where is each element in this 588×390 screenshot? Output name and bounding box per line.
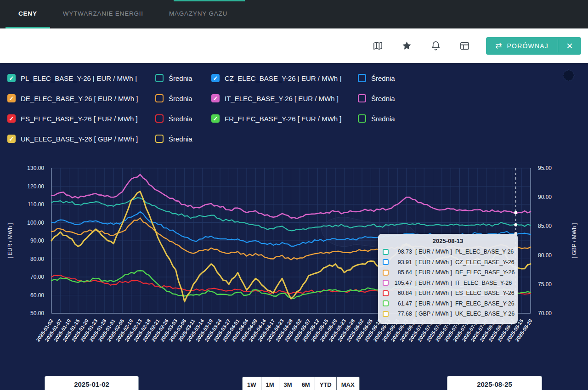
legend-item-fr-avg[interactable]: Średnia [358, 114, 395, 123]
legend-checkbox-it-avg[interactable] [358, 94, 366, 102]
legend-item-fr[interactable]: ✓FR_ELEC_BASE_Y-26 [ EUR / MWh ] [211, 114, 358, 123]
legend-checkbox-fr[interactable]: ✓ [211, 114, 220, 123]
tab-wytwarzanie-energii[interactable]: WYTWARZANIE ENERGII [50, 0, 156, 28]
legend-item-cz[interactable]: ✓CZ_ELEC_BASE_Y-26 [ EUR / MWh ] [211, 74, 358, 82]
svg-text:90.00: 90.00 [538, 194, 552, 200]
range-buttons: 1W1M3M6MYTDMAX [242, 377, 360, 390]
legend: ✓PL_ELEC_BASE_Y-26 [ EUR / MWh ]Średnia✓… [7, 68, 395, 149]
start-date-input[interactable]: 2025-01-02 [45, 376, 139, 390]
tooltip-series-name: DE_ELEC_BASE_Y-26 [455, 269, 514, 276]
map-icon[interactable] [372, 40, 384, 51]
tooltip-unit: [ EUR / MWh ] [415, 300, 452, 307]
legend-item-es[interactable]: ✓ES_ELEC_BASE_Y-26 [ EUR / MWh ] [7, 114, 155, 123]
tooltip-unit: [ EUR / MWh ] [415, 249, 452, 255]
svg-text:110.00: 110.00 [28, 201, 44, 208]
legend-item-de-avg[interactable]: Średnia [155, 94, 211, 102]
legend-item-uk[interactable]: ✓UK_ELEC_BASE_Y-26 [ GBP / MWh ] [7, 135, 155, 143]
svg-text:70.00: 70.00 [538, 310, 552, 317]
compare-arrows-icon: ⇄ [495, 41, 502, 51]
svg-text:120.00: 120.00 [27, 183, 44, 190]
legend-checkbox-pl-avg[interactable] [155, 74, 164, 82]
legend-item-de[interactable]: ✓DE_ELEC_BASE_Y-26 [ EUR / MWh ] [7, 94, 155, 102]
tooltip-series-name: ES_ELEC_BASE_Y-26 [455, 290, 514, 296]
range-button-ytd[interactable]: YTD [315, 377, 337, 390]
legend-item-uk-avg[interactable]: Średnia [155, 135, 211, 143]
legend-label-es-avg: Średnia [169, 115, 192, 123]
legend-label-cz-avg: Średnia [371, 74, 395, 82]
close-button[interactable]: × [558, 37, 581, 55]
toolbar-icons [372, 40, 470, 51]
range-button-max[interactable]: MAX [336, 377, 360, 390]
tab-ceny[interactable]: CENY [6, 0, 50, 28]
tooltip-swatch [383, 249, 389, 255]
tooltip-unit: [ EUR / MWh ] [415, 290, 452, 296]
legend-checkbox-es[interactable]: ✓ [7, 114, 16, 123]
theme-toggle-icon[interactable] [562, 69, 575, 82]
legend-checkbox-pl[interactable]: ✓ [7, 74, 16, 82]
legend-label-it-avg: Średnia [371, 95, 395, 102]
tooltip-series-name: PL_ELEC_BASE_Y-26 [455, 249, 514, 255]
legend-item-it[interactable]: ✓IT_ELEC_BASE_Y-26 [ EUR / MWh ] [211, 94, 358, 102]
legend-label-pl: PL_ELEC_BASE_Y-26 [ EUR / MWh ] [21, 74, 137, 82]
range-button-1m[interactable]: 1M [261, 377, 279, 390]
tooltip-value: 85.64 [392, 269, 412, 276]
legend-checkbox-de-avg[interactable] [155, 94, 164, 102]
tooltip-row: 77.68[ GBP / MWh ]UK_ELEC_BASE_Y-26 [383, 309, 513, 319]
tooltip-value: 60.84 [392, 290, 412, 296]
tooltip-series-name: UK_ELEC_BASE_Y-26 [455, 311, 514, 317]
tooltip-swatch [383, 300, 389, 306]
legend-label-it: IT_ELEC_BASE_Y-26 [ EUR / MWh ] [225, 95, 339, 102]
svg-text:95.00: 95.00 [538, 165, 552, 171]
legend-item-pl-avg[interactable]: Średnia [155, 74, 211, 82]
legend-checkbox-uk-avg[interactable] [155, 135, 164, 143]
legend-checkbox-uk[interactable]: ✓ [7, 135, 16, 143]
legend-label-pl-avg: Średnia [169, 74, 192, 82]
range-button-1w[interactable]: 1W [242, 377, 261, 390]
legend-checkbox-fr-avg[interactable] [358, 114, 366, 123]
legend-item-pl[interactable]: ✓PL_ELEC_BASE_Y-26 [ EUR / MWh ] [7, 74, 155, 82]
compare-button[interactable]: ⇄ PORÓWNAJ [486, 37, 558, 55]
tooltip-series-name: IT_ELEC_BASE_Y-26 [455, 280, 512, 286]
tooltip-row: 85.64[ EUR / MWh ]DE_ELEC_BASE_Y-26 [383, 267, 513, 278]
table-icon[interactable] [459, 40, 470, 51]
legend-checkbox-de[interactable]: ✓ [7, 94, 16, 102]
legend-checkbox-cz-avg[interactable] [358, 74, 366, 82]
tooltip-date: 2025-08-13 [383, 237, 513, 244]
tooltip-unit: [ EUR / MWh ] [415, 269, 452, 276]
tooltip-series-name: CZ_ELEC_BASE_Y-26 [455, 259, 514, 266]
legend-label-es: ES_ELEC_BASE_Y-26 [ EUR / MWh ] [21, 115, 138, 123]
end-date-input[interactable]: 2025-08-25 [447, 376, 542, 390]
toolbar: ⇄ PORÓWNAJ × [0, 28, 588, 63]
svg-text:85.00: 85.00 [538, 223, 552, 229]
tooltip-value: 98.73 [392, 249, 412, 255]
chart-tooltip: 2025-08-13 98.73[ EUR / MWh ]PL_ELEC_BAS… [378, 234, 518, 324]
compare-button-label: PORÓWNAJ [507, 42, 549, 50]
legend-checkbox-it[interactable]: ✓ [211, 94, 220, 102]
legend-label-cz: CZ_ELEC_BASE_Y-26 [ EUR / MWh ] [225, 74, 342, 82]
tooltip-row: 98.73[ EUR / MWh ]PL_ELEC_BASE_Y-26 [383, 247, 513, 257]
app-root: CENYWYTWARZANIE ENERGIIMAGAZYNY GAZU ⇄ P… [0, 0, 588, 390]
range-button-3m[interactable]: 3M [279, 377, 297, 390]
legend-label-de: DE_ELEC_BASE_Y-26 [ EUR / MWh ] [21, 95, 138, 102]
tooltip-row: 105.47[ EUR / MWh ]IT_ELEC_BASE_Y-26 [383, 278, 513, 288]
right-axis-title: [ GBP / MWh ] [571, 223, 577, 258]
svg-text:80.00: 80.00 [538, 252, 552, 259]
progress-accent-bar [174, 0, 245, 1]
tooltip-unit: [ GBP / MWh ] [415, 311, 452, 317]
tooltip-swatch [383, 280, 389, 286]
tab-magazyny-gazu[interactable]: MAGAZYNY GAZU [156, 0, 240, 28]
svg-text:130.00: 130.00 [27, 165, 44, 171]
legend-label-fr: FR_ELEC_BASE_Y-26 [ EUR / MWh ] [225, 115, 342, 123]
nav-tabs: CENYWYTWARZANIE ENERGIIMAGAZYNY GAZU [6, 0, 240, 28]
legend-checkbox-es-avg[interactable] [155, 114, 164, 123]
legend-label-fr-avg: Średnia [371, 115, 395, 123]
svg-text:80.00: 80.00 [30, 256, 44, 262]
legend-item-es-avg[interactable]: Średnia [155, 114, 211, 123]
range-button-6m[interactable]: 6M [297, 377, 315, 390]
top-nav: CENYWYTWARZANIE ENERGIIMAGAZYNY GAZU [0, 0, 588, 28]
legend-item-it-avg[interactable]: Średnia [358, 94, 395, 102]
star-icon[interactable] [401, 40, 413, 51]
legend-item-cz-avg[interactable]: Średnia [358, 74, 395, 82]
bell-icon[interactable] [430, 40, 441, 51]
legend-checkbox-cz[interactable]: ✓ [211, 74, 220, 82]
